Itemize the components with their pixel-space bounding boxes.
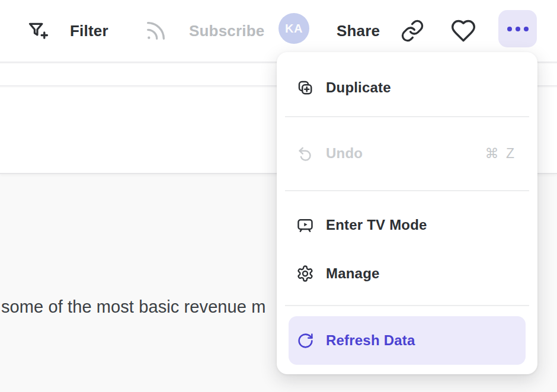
filter-plus-icon — [27, 20, 49, 41]
refresh-icon — [296, 332, 314, 349]
rss-icon — [144, 19, 168, 43]
menu-item-enter-tv-mode[interactable]: Enter TV Mode — [277, 201, 537, 249]
menu-item-label: Refresh Data — [326, 332, 415, 349]
share-label: Share — [337, 22, 380, 40]
filter-label: Filter — [70, 22, 108, 40]
duplicate-icon — [296, 79, 314, 97]
link-icon — [401, 19, 424, 43]
tv-icon — [296, 216, 314, 234]
filter-button[interactable]: Filter — [27, 0, 108, 62]
undo-icon — [296, 144, 314, 162]
menu-item-label: Undo — [326, 145, 363, 162]
dashboard-text-snippet: some of the most basic revenue m — [1, 297, 265, 317]
menu-item-label: Manage — [326, 265, 380, 282]
menu-item-label: Enter TV Mode — [326, 217, 427, 233]
menu-divider — [285, 190, 529, 191]
subscribe-button[interactable]: Subscribe — [144, 0, 265, 62]
menu-divider — [285, 305, 529, 306]
heart-icon — [450, 18, 476, 44]
menu-item-undo[interactable]: Undo ⌘ Z — [277, 117, 537, 190]
menu-item-duplicate[interactable]: Duplicate — [277, 59, 537, 116]
copy-link-button[interactable] — [399, 15, 425, 46]
menu-item-label: Duplicate — [326, 79, 391, 96]
ellipsis-icon — [507, 27, 529, 31]
dashboard-screen: some of the most basic revenue m Filter … — [0, 0, 557, 392]
user-avatar[interactable]: KA — [278, 13, 309, 44]
avatar-initials: KA — [285, 22, 303, 36]
subscribe-label: Subscribe — [189, 22, 265, 40]
gear-icon — [296, 265, 314, 282]
more-options-button[interactable] — [498, 10, 537, 47]
keyboard-shortcut: ⌘ Z — [485, 146, 516, 162]
context-menu: Duplicate Undo ⌘ Z Enter TV M — [277, 52, 537, 374]
favorite-button[interactable] — [449, 14, 478, 47]
menu-item-manage[interactable]: Manage — [277, 249, 537, 298]
menu-item-refresh-data[interactable]: Refresh Data — [289, 316, 526, 365]
